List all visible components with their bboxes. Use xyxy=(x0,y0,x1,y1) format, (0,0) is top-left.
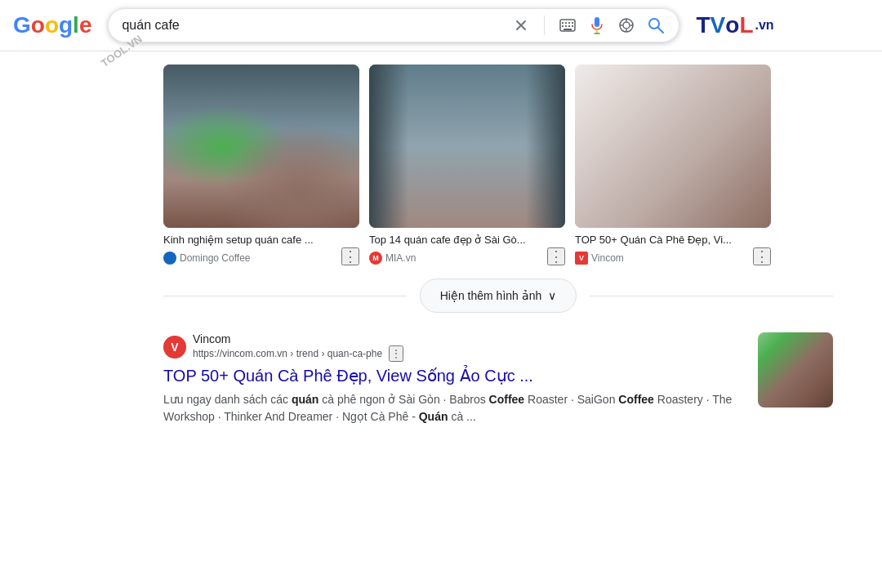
keyboard-button[interactable] xyxy=(558,16,577,35)
search-result-vincom: V Vincom https://vincom.com.vn › trend ›… xyxy=(163,332,833,425)
image-title-3: TOP 50+ Quán Cà Phê Đẹp, Vi... xyxy=(575,233,771,247)
search-submit-button[interactable] xyxy=(646,16,666,35)
lens-icon xyxy=(618,17,635,33)
tvool-logo: T V o L .vn xyxy=(696,12,773,38)
result-url-row: https://vincom.com.vn › trend › quan-ca-… xyxy=(193,345,403,362)
bold-coffee-2: Coffee xyxy=(618,393,654,406)
keyboard-icon xyxy=(559,19,576,32)
image-card-2: Top 14 quán cafe đẹp ở Sài Gò... M MIA.v… xyxy=(369,65,565,265)
show-more-container: Hiện thêm hình ảnh ∨ xyxy=(163,278,833,313)
result-left: V Vincom https://vincom.com.vn › trend ›… xyxy=(163,332,745,425)
domingo-favicon xyxy=(163,252,176,265)
result-thumbnail-bg xyxy=(758,332,833,408)
bold-quan-2: Quán xyxy=(419,410,448,423)
svg-rect-9 xyxy=(564,29,572,30)
cafe-image-1[interactable] xyxy=(163,65,359,228)
image-source-1: Domingo Coffee xyxy=(163,252,251,265)
image-card-1: Kinh nghiệm setup quán cafe ... Domingo … xyxy=(163,65,359,265)
result-source: V Vincom https://vincom.com.vn › trend ›… xyxy=(163,332,745,362)
image-card-3: TOP 50+ Quán Cà Phê Đẹp, Vi... V Vincom … xyxy=(575,65,771,265)
show-more-line-left xyxy=(163,296,407,296)
svg-point-14 xyxy=(623,22,630,29)
result-description: Lưu ngay danh sách các quán cà phê ngon … xyxy=(163,391,745,425)
svg-rect-2 xyxy=(565,22,567,24)
google-logo: Google xyxy=(13,12,91,38)
vincom-source-name: Vincom xyxy=(591,252,624,264)
image-more-button-3[interactable]: ⋮ xyxy=(753,247,771,265)
svg-point-19 xyxy=(649,19,659,29)
svg-rect-5 xyxy=(562,25,564,27)
result-domain-info: Vincom https://vincom.com.vn › trend › q… xyxy=(193,332,403,362)
svg-rect-7 xyxy=(568,25,570,27)
image-source-3: V Vincom xyxy=(575,252,624,265)
vincom-favicon: V xyxy=(575,252,588,265)
search-input[interactable]: quán cafe xyxy=(122,18,511,33)
svg-rect-1 xyxy=(562,22,564,24)
mia-favicon: M xyxy=(369,252,382,265)
result-favicon: V xyxy=(163,336,186,359)
result-more-button[interactable]: ⋮ xyxy=(389,345,403,362)
svg-rect-3 xyxy=(568,22,570,24)
svg-rect-8 xyxy=(572,25,573,27)
images-grid: Kinh nghiệm setup quán cafe ... Domingo … xyxy=(163,65,833,265)
search-bar: quán cafe xyxy=(108,8,679,42)
image-title-2: Top 14 quán cafe đẹp ở Sài Gò... xyxy=(369,233,565,247)
result-url-text: https://vincom.com.vn › trend › quan-ca-… xyxy=(193,348,382,359)
clear-icon xyxy=(514,18,528,33)
bold-quan-1: quán xyxy=(292,393,318,406)
show-more-images-button[interactable]: Hiện thêm hình ảnh ∨ xyxy=(420,278,577,313)
image-source-row-1: Domingo Coffee ⋮ xyxy=(163,247,359,265)
image-more-button-1[interactable]: ⋮ xyxy=(341,247,359,265)
header: Google quán cafe xyxy=(0,0,882,51)
chevron-down-icon: ∨ xyxy=(548,289,556,302)
image-source-row-2: M MIA.vn ⋮ xyxy=(369,247,565,265)
image-more-button-2[interactable]: ⋮ xyxy=(547,247,565,265)
search-icon xyxy=(648,17,664,33)
result-title[interactable]: TOP 50+ Quán Cà Phê Đẹp, View Sống Ảo Cự… xyxy=(163,365,745,386)
svg-line-20 xyxy=(658,28,663,33)
main-content: Kinh nghiệm setup quán cafe ... Domingo … xyxy=(0,51,882,455)
divider xyxy=(544,16,545,35)
show-more-label: Hiện thêm hình ảnh xyxy=(440,289,542,302)
image-source-2: M MIA.vn xyxy=(369,252,416,265)
cafe-image-3[interactable] xyxy=(575,65,771,228)
result-domain-name: Vincom xyxy=(193,332,403,345)
cafe-image-2[interactable] xyxy=(369,65,565,228)
clear-button[interactable] xyxy=(511,16,531,35)
mia-source-name: MIA.vn xyxy=(385,252,416,264)
image-source-row-3: V Vincom ⋮ xyxy=(575,247,771,265)
lens-search-button[interactable] xyxy=(617,16,636,35)
svg-rect-10 xyxy=(595,17,599,27)
svg-rect-4 xyxy=(572,22,573,24)
svg-rect-6 xyxy=(565,25,567,27)
image-title-1: Kinh nghiệm setup quán cafe ... xyxy=(163,233,359,247)
domingo-source-name: Domingo Coffee xyxy=(180,252,251,264)
voice-search-button[interactable] xyxy=(587,16,607,35)
result-thumbnail[interactable] xyxy=(758,332,833,408)
microphone-icon xyxy=(590,16,604,34)
bold-coffee-1: Coffee xyxy=(489,393,525,406)
show-more-line-right xyxy=(590,296,833,296)
